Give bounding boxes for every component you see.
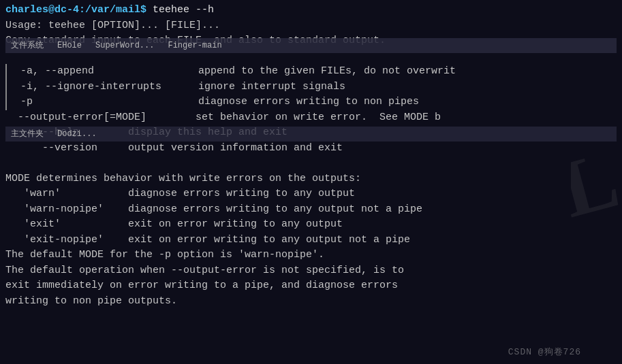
mode-exit-nopipe: 'exit-nopipe' exit on error writing to a…	[5, 233, 617, 248]
bash-prompt: charles@dc-4:/var/mail$	[5, 3, 146, 18]
tab-dodzi[interactable]: Dodzi...	[57, 128, 97, 140]
tab-ehole[interactable]: EHole	[57, 39, 82, 52]
mode-header: MODE determines behavior with write erro…	[5, 171, 617, 187]
tab-filesystem[interactable]: 文件系统	[11, 39, 44, 52]
mode-default-op3: writing to non pipe outputs.	[5, 294, 617, 310]
mode-default-op1: The default operation when --output-erro…	[5, 263, 617, 279]
bash-command: teehee --h	[146, 3, 214, 18]
mode-exit: 'exit' exit on error writing to any outp…	[5, 217, 617, 233]
option-i: -i, --ignore-interrupts ignore interrupt…	[8, 80, 617, 95]
option-version: --version output version information and…	[5, 141, 617, 156]
usage-line: Usage: teehee [OPTION]... [FILE]...	[5, 18, 617, 34]
watermark: CSDN @狗卷726	[508, 346, 581, 359]
prompt-line: charles@dc-4:/var/mail$ teehee --h	[5, 3, 617, 18]
terminal-window: L charles@dc-4:/var/mail$ teehee --h Usa…	[0, 0, 622, 364]
options-block: -a, --append append to the given FILEs, …	[5, 64, 617, 110]
overlay-tab-bar[interactable]: 文件系统 EHole SuperWord... Finger-main	[5, 38, 617, 53]
tab-main-folder[interactable]: 主文件夹	[11, 128, 44, 140]
option-output-error: --output-error[=MODE] set behavior on wr…	[5, 110, 617, 126]
tab-superword[interactable]: SuperWord...	[95, 39, 154, 52]
blank-line-2	[5, 156, 617, 171]
mode-warn-nopipe: 'warn-nopipe' diagnose errors writing to…	[5, 202, 617, 218]
tab-finger[interactable]: Finger-main	[168, 39, 221, 52]
mode-warn: 'warn' diagnose errors writing to any ou…	[5, 186, 617, 202]
overlay-middle-bar[interactable]: 主文件夹 Dodzi...	[5, 127, 617, 142]
terminal-content: charles@dc-4:/var/mail$ teehee --h Usage…	[5, 3, 617, 309]
mode-default-p: The default MODE for the -p option is 'w…	[5, 248, 617, 263]
option-p: -p diagnose errors writing to non pipes	[8, 95, 617, 110]
option-a: -a, --append append to the given FILEs, …	[8, 64, 617, 80]
mode-default-op2: exit immediately on error writing to a p…	[5, 278, 617, 294]
